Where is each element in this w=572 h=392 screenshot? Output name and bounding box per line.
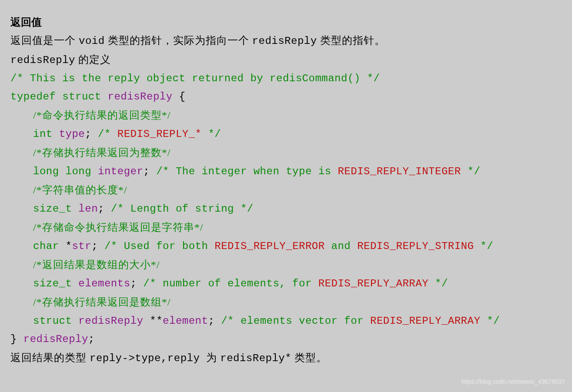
intro-line-1: 返回值是一个 void 类型的指针，实际为指向一个 redisReply 类型的… [10, 31, 562, 50]
watermark-text: https://blog.csdn.net/weixin_43679037 [462, 376, 565, 387]
code-field-elements: size_t elements; /* number of elements, … [10, 275, 562, 293]
document-root: 返回值 返回值是一个 void 类型的指针，实际为指向一个 redisReply… [0, 0, 572, 392]
code-comment-elements-count: /*返回结果是数组的大小*/ [10, 256, 562, 275]
intro-line-2: redisReply 的定义 [10, 50, 562, 70]
code-comment-element-vec: /*存储执行结果返回是数组*/ [10, 293, 562, 312]
code-comment-type: /*命令执行结果的返回类型*/ [10, 106, 562, 125]
code-comment-str: /*存储命令执行结果返回是字符串*/ [10, 218, 562, 237]
heading-return-value: 返回值 [10, 13, 562, 31]
code-field-len: size_t len; /* Length of string */ [10, 200, 562, 218]
outro-line: 返回结果的类型 reply->type,reply 为 redisReply* … [10, 349, 562, 368]
code-comment-len: /*字符串值的长度*/ [10, 181, 562, 200]
code-typedef-line: typedef struct redisReply { [10, 88, 562, 106]
code-close-brace: } redisReply; [10, 330, 562, 349]
code-comment-header: /* This is the reply object returned by … [10, 70, 562, 88]
code-field-element: struct redisReply **element; /* elements… [10, 312, 562, 330]
code-field-integer: long long integer; /* The integer when t… [10, 163, 562, 181]
code-field-type: int type; /* REDIS_REPLY_* */ [10, 125, 562, 143]
code-field-str: char *str; /* Used for both REDIS_REPLY_… [10, 237, 562, 256]
code-comment-integer: /*存储执行结果返回为整数*/ [10, 143, 562, 163]
